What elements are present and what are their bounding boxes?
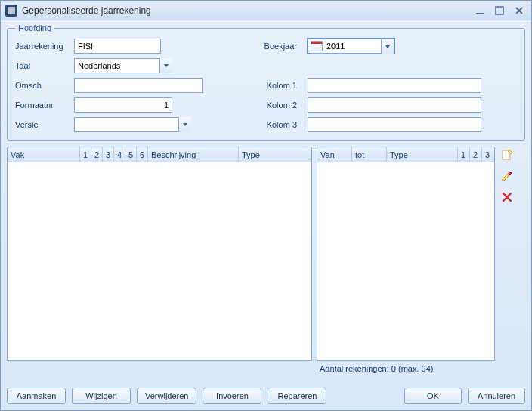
calendar-icon [311, 41, 323, 51]
close-button[interactable] [513, 5, 525, 16]
client-area: Hoofding Jaarrekening Boekjaar 2011 Taal [7, 23, 525, 404]
col-van[interactable]: Van [317, 147, 352, 162]
hoofding-group: Hoofding Jaarrekening Boekjaar 2011 Taal [7, 23, 525, 141]
grid-left-header: Vak 1 2 3 4 5 6 Beschrijving Type [8, 147, 311, 162]
titlebar: Gepersonaliseerde jaarrekening [1, 1, 531, 20]
col-vak[interactable]: Vak [8, 147, 80, 162]
app-icon [5, 5, 17, 17]
ok-button[interactable]: OK [404, 388, 462, 404]
app-window: Gepersonaliseerde jaarrekening Hoofding … [0, 0, 532, 411]
label-kolom2: Kolom 2 [267, 100, 302, 110]
svg-rect-1 [496, 7, 503, 14]
versie-input[interactable] [74, 117, 191, 132]
versie-combo[interactable] [74, 117, 191, 132]
boekjaar-picker[interactable]: 2011 [308, 39, 394, 54]
new-icon[interactable] [500, 148, 514, 162]
grid-right-body[interactable] [317, 162, 494, 360]
grid-left-body[interactable] [8, 162, 311, 360]
lists-row: Vak 1 2 3 4 5 6 Beschrijving Type Van to… [7, 147, 525, 361]
col-3[interactable]: 3 [103, 147, 114, 162]
col-5[interactable]: 5 [125, 147, 137, 162]
label-omsch: Omsch [15, 81, 68, 90]
form-grid: Jaarrekening Boekjaar 2011 Taal [15, 39, 517, 132]
col-type[interactable]: Type [239, 147, 311, 162]
count-text: Aantal rekeningen: 0 (max. 94) [320, 364, 498, 373]
wijzigen-button[interactable]: Wijzigen [72, 388, 131, 404]
verwijderen-button[interactable]: Verwijderen [137, 388, 196, 404]
side-toolbar [500, 147, 515, 361]
maximize-button[interactable] [493, 5, 506, 16]
col-1[interactable]: 1 [80, 147, 91, 162]
kolom1-input[interactable] [308, 78, 481, 93]
chevron-down-icon[interactable] [159, 58, 172, 73]
kolom2-input[interactable] [308, 97, 481, 113]
chevron-down-icon[interactable] [381, 39, 394, 54]
jaarrekening-input[interactable] [74, 39, 161, 54]
omsch-input[interactable] [74, 78, 203, 93]
col-r2[interactable]: 2 [470, 147, 482, 162]
taal-combo[interactable] [74, 58, 172, 73]
aanmaken-button[interactable]: Aanmaken [7, 388, 66, 404]
delete-icon[interactable] [500, 190, 514, 204]
repareren-button[interactable]: Repareren [268, 388, 326, 404]
window-title: Gepersonaliseerde jaarrekening [22, 5, 474, 16]
chevron-down-icon[interactable] [178, 117, 191, 132]
label-boekjaar: Boekjaar [264, 42, 302, 51]
label-kolom1: Kolom 1 [267, 81, 302, 90]
label-formaatnr: Formaatnr [15, 100, 68, 110]
grid-right[interactable]: Van tot Type 1 2 3 [317, 147, 495, 361]
formaatnr-input[interactable] [74, 97, 172, 113]
label-versie: Versie [15, 120, 68, 129]
svg-rect-0 [476, 13, 484, 14]
col-type-r[interactable]: Type [387, 147, 458, 162]
col-r3[interactable]: 3 [482, 147, 494, 162]
button-bar: Aanmaken Wijzigen Verwijderen Invoeren R… [7, 388, 525, 404]
label-taal: Taal [15, 61, 68, 70]
col-6[interactable]: 6 [137, 147, 148, 162]
col-4[interactable]: 4 [114, 147, 125, 162]
annuleren-button[interactable]: Annuleren [468, 388, 525, 404]
grid-right-header: Van tot Type 1 2 3 [317, 147, 494, 162]
invoeren-button[interactable]: Invoeren [203, 388, 261, 404]
label-jaarrekening: Jaarrekening [15, 42, 68, 51]
kolom3-input[interactable] [308, 117, 481, 132]
label-kolom3: Kolom 3 [267, 120, 302, 129]
minimize-button[interactable] [474, 5, 486, 16]
hoofding-legend: Hoofding [15, 23, 54, 32]
edit-icon[interactable] [500, 169, 514, 183]
col-2[interactable]: 2 [91, 147, 103, 162]
col-tot[interactable]: tot [352, 147, 387, 162]
col-r1[interactable]: 1 [458, 147, 470, 162]
window-buttons [474, 5, 527, 16]
taal-input[interactable] [74, 58, 172, 73]
col-beschrijving[interactable]: Beschrijving [148, 147, 239, 162]
grid-left[interactable]: Vak 1 2 3 4 5 6 Beschrijving Type [7, 147, 312, 361]
